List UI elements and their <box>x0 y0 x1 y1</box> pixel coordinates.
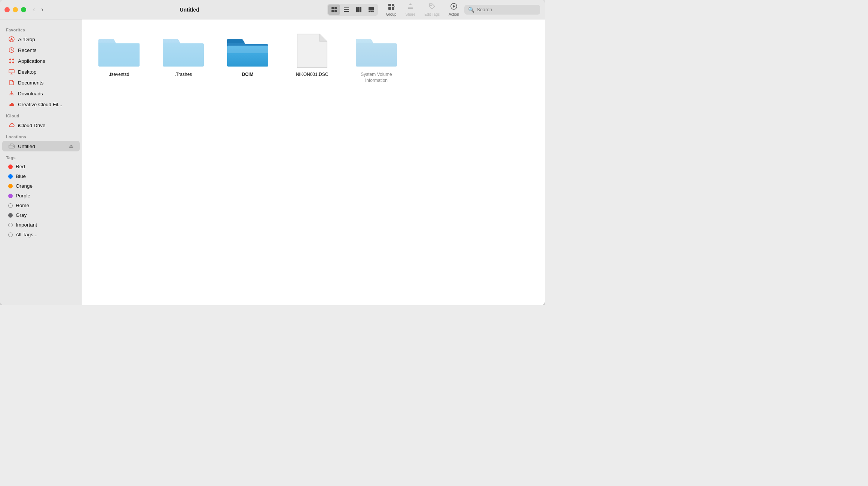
svg-rect-4 <box>344 7 349 8</box>
file-item-fseventsd[interactable]: .fseventsd <box>93 28 145 86</box>
forward-button[interactable]: › <box>39 5 46 14</box>
group-button[interactable]: Group <box>382 1 400 18</box>
file-item-system-volume[interactable]: System Volume Information <box>350 28 403 86</box>
file-item-dcim[interactable]: DCIM <box>221 28 274 86</box>
tag-dot-important <box>8 223 13 227</box>
sidebar-label-applications: Applications <box>18 58 74 64</box>
tag-icon <box>428 3 436 12</box>
tag-dot-orange <box>8 184 13 188</box>
view-list-button[interactable] <box>340 4 352 15</box>
view-grid-button[interactable] <box>328 4 340 15</box>
svg-point-24 <box>12 59 14 61</box>
svg-rect-7 <box>356 7 358 12</box>
close-button[interactable] <box>4 7 10 12</box>
edit-tags-button[interactable]: Edit Tags <box>421 1 443 18</box>
sidebar-item-desktop[interactable]: Desktop <box>2 67 80 77</box>
tag-dot-red <box>8 164 13 169</box>
finder-window: ‹ › Untitled <box>0 0 545 305</box>
view-button-group <box>327 4 378 16</box>
maximize-button[interactable] <box>21 7 26 12</box>
sidebar-item-airdrop[interactable]: AirDrop <box>2 34 80 44</box>
eject-button[interactable]: ⏏ <box>69 143 74 149</box>
sidebar-item-untitled[interactable]: Untitled ⏏ <box>2 141 80 151</box>
downloads-icon <box>8 90 15 97</box>
file-name-system-volume: System Volume Information <box>353 72 400 83</box>
sidebar-item-downloads[interactable]: Downloads <box>2 88 80 99</box>
tag-label-gray: Gray <box>16 212 74 218</box>
svg-point-25 <box>9 62 11 64</box>
svg-rect-8 <box>358 7 360 12</box>
tag-label-home: Home <box>16 203 74 208</box>
sidebar-item-tag-blue[interactable]: Blue <box>2 172 80 181</box>
sidebar-item-applications[interactable]: Applications <box>2 56 80 66</box>
svg-rect-11 <box>369 11 370 12</box>
svg-rect-1 <box>334 7 337 9</box>
sidebar-item-tag-home[interactable]: Home <box>2 201 80 210</box>
svg-point-21 <box>9 37 14 42</box>
action-button[interactable]: Action <box>445 1 463 18</box>
file-name-fseventsd: .fseventsd <box>109 72 129 78</box>
file-item-nikon001[interactable]: NIKON001.DSC <box>286 28 338 86</box>
share-button[interactable]: Share <box>402 1 419 18</box>
folder-icon-system-volume <box>354 32 399 70</box>
tag-label-red: Red <box>16 164 74 169</box>
sidebar-item-tag-red[interactable]: Red <box>2 162 80 171</box>
svg-rect-0 <box>331 7 334 9</box>
sidebar-label-airdrop: AirDrop <box>18 37 74 42</box>
desktop-icon <box>8 68 15 75</box>
folder-icon-trashes <box>161 32 206 70</box>
back-button[interactable]: ‹ <box>31 5 37 14</box>
sidebar-item-tag-orange[interactable]: Orange <box>2 181 80 191</box>
sidebar-label-desktop: Desktop <box>18 69 74 75</box>
file-doc-icon-nikon001 <box>290 32 334 70</box>
sidebar-item-recents[interactable]: Recents <box>2 45 80 55</box>
icloud-section-label: iCloud <box>0 110 82 120</box>
svg-rect-15 <box>392 4 394 6</box>
icloud-drive-icon <box>8 122 15 129</box>
sidebar-item-icloud-drive[interactable]: iCloud Drive <box>2 120 80 130</box>
search-bar[interactable]: 🔍 <box>464 5 540 15</box>
tags-section-label: Tags <box>0 152 82 162</box>
sidebar-label-creative-cloud: Creative Cloud Fil... <box>18 102 74 107</box>
sidebar-item-tag-all[interactable]: All Tags... <box>2 230 80 239</box>
drive-icon <box>8 143 15 150</box>
tag-dot-all <box>8 233 13 237</box>
svg-rect-14 <box>388 4 391 6</box>
file-item-trashes[interactable]: .Trashes <box>157 28 210 86</box>
file-name-nikon001: NIKON001.DSC <box>296 72 328 78</box>
sidebar-item-documents[interactable]: Documents <box>2 77 80 88</box>
folder-icon-fseventsd <box>97 32 141 70</box>
svg-rect-10 <box>369 7 374 10</box>
tag-dot-purple <box>8 194 13 198</box>
sidebar-item-creative-cloud[interactable]: Creative Cloud Fil... <box>2 99 80 110</box>
tag-label-orange: Orange <box>16 183 74 189</box>
favorites-section-label: Favorites <box>0 24 82 34</box>
svg-point-23 <box>9 59 11 61</box>
sidebar-label-documents: Documents <box>18 80 74 86</box>
svg-rect-9 <box>360 7 361 12</box>
titlebar: ‹ › Untitled <box>0 0 545 19</box>
window-title: Untitled <box>52 7 327 13</box>
svg-rect-5 <box>344 9 349 10</box>
svg-point-19 <box>431 5 431 6</box>
view-gallery-button[interactable] <box>365 4 377 15</box>
file-grid: .fseventsd <box>93 28 534 86</box>
sidebar-item-tag-important[interactable]: Important <box>2 220 80 230</box>
sidebar-item-tag-gray[interactable]: Gray <box>2 210 80 220</box>
sidebar-label-icloud-drive: iCloud Drive <box>18 123 74 128</box>
group-label: Group <box>386 12 397 16</box>
sidebar-item-tag-purple[interactable]: Purple <box>2 191 80 200</box>
svg-point-26 <box>12 62 14 64</box>
sidebar-label-untitled: Untitled <box>18 144 66 149</box>
toolbar-right: Group Share Edit Tags <box>327 1 540 18</box>
edit-tags-label: Edit Tags <box>424 12 440 16</box>
minimize-button[interactable] <box>13 7 18 12</box>
svg-rect-12 <box>370 11 372 12</box>
search-input[interactable] <box>477 7 537 12</box>
tag-label-important: Important <box>16 222 74 228</box>
svg-rect-31 <box>163 43 204 67</box>
applications-icon <box>8 58 15 64</box>
airdrop-icon <box>8 36 15 43</box>
view-columns-button[interactable] <box>353 4 365 15</box>
svg-rect-33 <box>227 46 268 53</box>
